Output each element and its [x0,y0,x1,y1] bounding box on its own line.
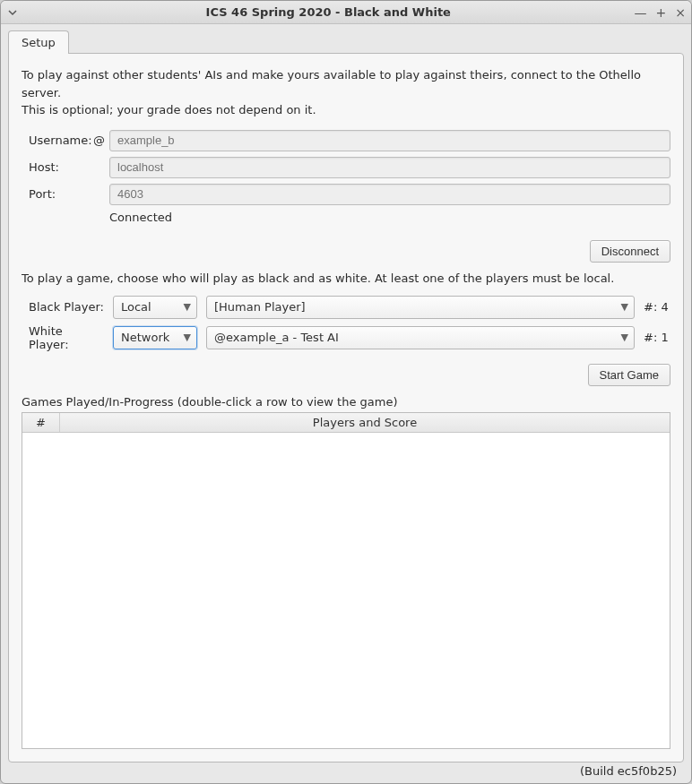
disconnect-button[interactable]: Disconnect [590,240,670,263]
connection-form: Username: @ Host: Port: Connected [29,130,670,224]
white-count: #: 1 [644,331,670,344]
black-player-value: [Human Player] [214,300,616,314]
intro-text: To play against other students' AIs and … [22,66,670,119]
black-source-value: Local [121,300,178,314]
chevron-down-icon: ▼ [184,301,191,313]
start-game-button[interactable]: Start Game [588,364,670,386]
username-at-prefix: @ [93,134,109,147]
username-field[interactable] [109,130,670,151]
black-count: #: 4 [644,300,670,314]
window-menu-icon[interactable] [6,6,19,19]
username-row: Username: @ [29,130,670,151]
white-source-value: Network [121,331,178,344]
games-table-body[interactable] [22,433,670,749]
close-icon[interactable]: × [675,6,686,19]
tab-setup[interactable]: Setup [8,30,69,54]
white-player-select[interactable]: @example_a - Test AI ▼ [206,326,635,349]
app-window: ICS 46 Spring 2020 - Black and White — +… [0,0,692,784]
disconnect-row: Disconnect [22,240,670,263]
white-source-select[interactable]: Network ▼ [113,326,197,349]
build-footer: (Build ec5f0b25) [8,762,684,781]
chevron-down-icon: ▼ [184,332,191,343]
chevron-down-icon: ▼ [621,301,628,313]
black-source-select[interactable]: Local ▼ [113,296,197,319]
tab-bar: Setup [8,30,684,53]
intro-line-2: This is optional; your grade does not de… [22,101,670,119]
connection-status: Connected [109,211,172,224]
port-row: Port: [29,184,670,205]
window-controls: — + × [635,6,686,19]
col-players[interactable]: Players and Score [60,413,670,432]
chevron-down-icon: ▼ [621,332,628,343]
games-table-header: # Players and Score [22,413,670,433]
maximize-icon[interactable]: + [656,6,667,19]
username-label: Username: [29,134,93,147]
white-player-label: White Player: [29,324,104,351]
black-player-label: Black Player: [29,300,104,314]
connection-status-row: Connected [29,211,670,224]
port-label: Port: [29,187,93,201]
port-field[interactable] [109,184,670,205]
minimize-icon[interactable]: — [635,6,647,19]
host-label: Host: [29,160,93,174]
content-area: Setup To play against other students' AI… [1,24,691,783]
white-player-row: White Player: Network ▼ @example_a - Tes… [29,324,670,351]
start-game-row: Start Game [22,364,670,386]
col-number[interactable]: # [22,413,60,432]
intro-line-1: To play against other students' AIs and … [22,66,670,101]
black-player-select[interactable]: [Human Player] ▼ [206,296,635,319]
window-title: ICS 46 Spring 2020 - Black and White [22,5,635,19]
white-player-value: @example_a - Test AI [214,331,616,344]
titlebar: ICS 46 Spring 2020 - Black and White — +… [1,1,691,24]
host-row: Host: [29,157,670,178]
game-instructions: To play a game, choose who will play as … [22,271,670,285]
setup-panel: To play against other students' AIs and … [8,53,684,762]
host-field[interactable] [109,157,670,178]
black-player-row: Black Player: Local ▼ [Human Player] ▼ #… [29,296,670,319]
games-table-label: Games Played/In-Progress (double-click a… [22,395,670,409]
games-table[interactable]: # Players and Score [22,412,670,750]
player-section: Black Player: Local ▼ [Human Player] ▼ #… [29,296,670,357]
